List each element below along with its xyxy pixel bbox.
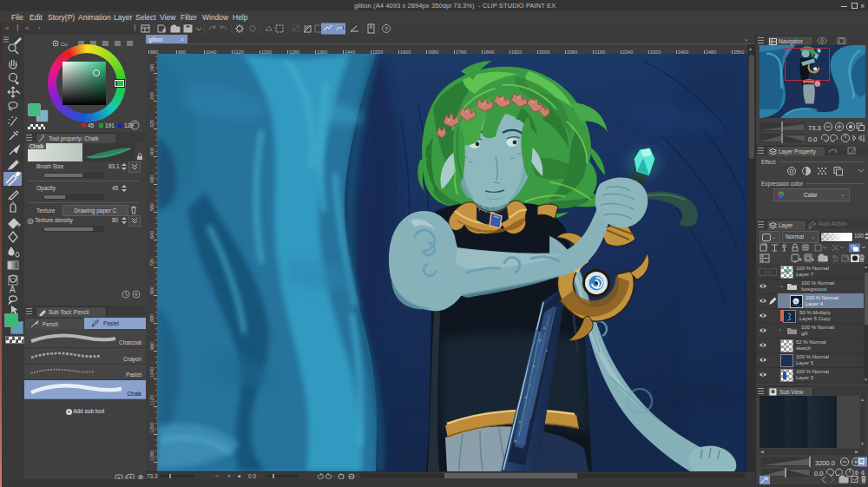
svg-text:720: 720 xyxy=(149,259,155,267)
svg-text:880: 880 xyxy=(149,314,155,322)
svg-text:960: 960 xyxy=(149,342,155,350)
svg-text:0.0: 0.0 xyxy=(808,135,817,143)
svg-text:800: 800 xyxy=(149,286,155,294)
svg-text:560: 560 xyxy=(149,203,155,211)
svg-text:A: A xyxy=(10,285,16,294)
svg-text:Co: Co xyxy=(61,42,68,47)
svg-text:1200: 1200 xyxy=(149,423,155,433)
svg-text:400: 400 xyxy=(149,148,155,155)
svg-text:73.3: 73.3 xyxy=(808,124,821,132)
svg-text:3200.0: 3200.0 xyxy=(815,459,835,467)
svg-text:640: 640 xyxy=(149,231,155,239)
svg-text:480: 480 xyxy=(149,175,155,183)
svg-text:320: 320 xyxy=(149,120,155,128)
svg-text:160: 160 xyxy=(149,64,155,72)
svg-text:1120: 1120 xyxy=(149,395,155,405)
svg-text:1280: 1280 xyxy=(149,451,155,461)
svg-text:1040: 1040 xyxy=(149,367,155,378)
svg-text:240: 240 xyxy=(149,92,155,100)
svg-text:?: ? xyxy=(385,26,388,32)
